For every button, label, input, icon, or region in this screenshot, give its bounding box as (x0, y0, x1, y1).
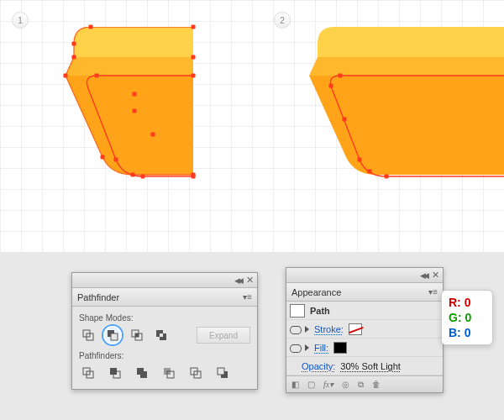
pathfinder-panel: ◀◀ ✕ Pathfinder ▾≡ Shape Modes: Expand P… (71, 272, 258, 390)
shape-modes-label: Shape Modes: (79, 313, 250, 323)
opacity-label[interactable]: Opacity: (302, 361, 335, 371)
footer-layer-toggle-icon[interactable]: ◧ (291, 380, 299, 389)
target-swatch-icon (290, 304, 305, 318)
visibility-eye-icon[interactable] (290, 324, 300, 334)
step-badge-1: 1 (12, 12, 29, 29)
pf-minus-back[interactable] (213, 364, 232, 382)
appearance-stroke-row[interactable]: Stroke: (286, 320, 443, 339)
panel-menu-icon[interactable]: ▾≡ (243, 292, 252, 302)
panel-title: Pathfinder (77, 292, 119, 302)
collapse-chevrons-icon[interactable]: ◀◀ (234, 276, 241, 285)
panel-title: Appearance (291, 287, 341, 297)
expand-button[interactable]: Expand (197, 327, 250, 344)
pf-crop[interactable] (160, 364, 178, 382)
visibility-eye-icon[interactable] (290, 343, 300, 353)
footer-fx-icon[interactable]: fx▾ (323, 380, 333, 389)
stroke-label[interactable]: Stroke: (314, 324, 344, 334)
appearance-footer: ◧ ▢ fx▾ ◎ ⧉ 🗑 (286, 375, 443, 392)
collapse-chevrons-icon[interactable]: ◀◀ (420, 271, 427, 280)
disclosure-triangle-icon[interactable] (305, 326, 309, 333)
panel-header: Pathfinder ▾≡ (72, 288, 257, 307)
panel-header: Appearance ▾≡ (286, 283, 443, 302)
footer-clear-icon[interactable]: ▢ (307, 380, 315, 389)
appearance-opacity-row[interactable]: Opacity: 30% Soft Light (286, 357, 443, 375)
artboard-grid: 1 2 (0, 0, 504, 252)
vector-shape-2[interactable] (302, 27, 504, 185)
svg-rect-21 (218, 368, 224, 375)
step-badge-2: 2 (274, 12, 291, 29)
shape-modes-row: Expand (79, 326, 250, 344)
target-type: Path (310, 306, 330, 316)
mode-unite[interactable] (79, 326, 97, 344)
vector-shape-1[interactable] (59, 27, 193, 185)
appearance-target-row[interactable]: Path (286, 302, 443, 320)
appearance-panel: ◀◀ ✕ Appearance ▾≡ Path Stroke: Fill: (286, 267, 444, 393)
rgb-readout-card: R: 0 G: 0 B: 0 (441, 290, 493, 345)
pathfinders-row (79, 364, 250, 382)
svg-rect-3 (111, 333, 118, 340)
mode-exclude[interactable] (152, 326, 171, 344)
pf-divide[interactable] (79, 364, 97, 382)
mode-minus-front[interactable] (103, 326, 122, 344)
footer-duplicate-icon[interactable]: ⧉ (358, 380, 364, 390)
pf-trim[interactable] (106, 364, 124, 382)
appearance-fill-row[interactable]: Fill: (286, 339, 443, 357)
rgb-b: B: 0 (449, 325, 486, 340)
opacity-value[interactable]: 30% Soft Light (340, 361, 401, 371)
close-icon[interactable]: ✕ (246, 275, 254, 286)
fill-swatch-black-icon[interactable] (333, 342, 347, 354)
panel-titlebar[interactable]: ◀◀ ✕ (72, 273, 257, 288)
footer-trash-icon[interactable]: 🗑 (372, 380, 381, 389)
svg-rect-6 (135, 333, 139, 337)
pf-outline[interactable] (186, 364, 205, 382)
close-icon[interactable]: ✕ (432, 270, 439, 281)
disclosure-triangle-icon[interactable] (305, 344, 309, 351)
pf-merge[interactable] (133, 364, 151, 382)
rgb-g: G: 0 (449, 310, 486, 325)
footer-ring-icon[interactable]: ◎ (342, 380, 349, 389)
panel-area: ◀◀ ✕ Pathfinder ▾≡ Shape Modes: Expand P… (0, 252, 504, 420)
svg-rect-15 (140, 371, 147, 378)
fill-label[interactable]: Fill: (314, 343, 328, 353)
mode-intersect[interactable] (128, 326, 146, 344)
panel-titlebar[interactable]: ◀◀ ✕ (286, 268, 443, 283)
stroke-swatch-none-icon[interactable] (349, 323, 362, 335)
svg-rect-9 (160, 333, 163, 337)
rgb-r: R: 0 (449, 295, 486, 310)
panel-menu-icon[interactable]: ▾≡ (428, 287, 438, 297)
appearance-list: Path Stroke: Fill: Opacity: 30% Soft Lig… (286, 302, 443, 375)
pathfinders-label: Pathfinders: (79, 351, 250, 360)
